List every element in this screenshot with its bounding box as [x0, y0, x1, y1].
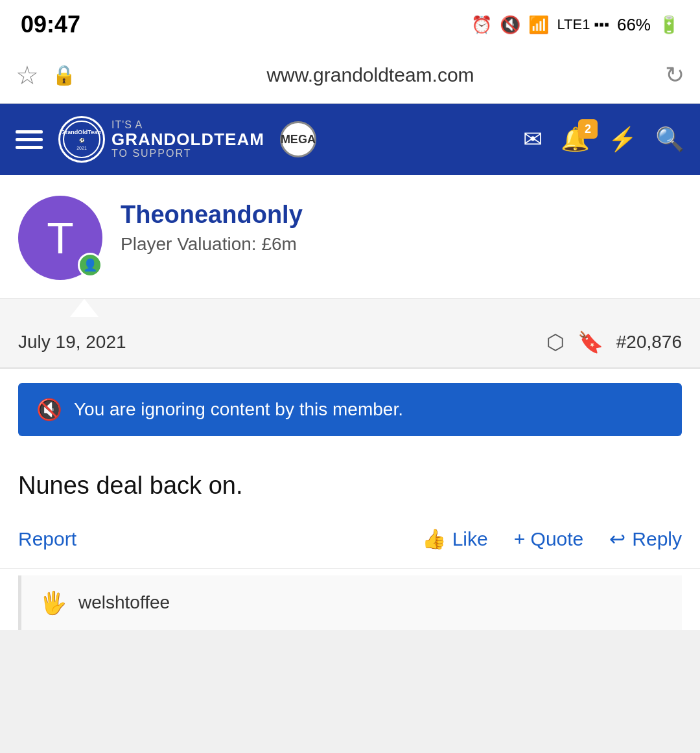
avatar-wrap: T 👤 [18, 196, 102, 280]
svg-text:⚽: ⚽ [79, 137, 85, 143]
post-text: Nunes deal back on. [18, 469, 682, 503]
notification-count: 2 [578, 119, 598, 139]
reply-button[interactable]: ↩ Reply [609, 527, 682, 550]
site-logo: GrandOldTeam ⚽ 2021 [58, 116, 105, 163]
like-emoji: 🖐 [40, 590, 67, 616]
ignore-banner: 🔇 You are ignoring content by this membe… [18, 383, 682, 436]
nav-logo[interactable]: GrandOldTeam ⚽ 2021 IT'S A GRANDOLDTEAM … [58, 116, 264, 163]
post-body: Nunes deal back on. [0, 450, 700, 509]
reply-icon: ↩ [609, 527, 625, 550]
status-time: 09:47 [21, 11, 80, 38]
username[interactable]: Theoneandonly [121, 201, 682, 229]
pointer-wrap [0, 299, 700, 317]
post-actions: Report 👍 Like + Quote ↩ Reply [0, 509, 700, 569]
report-button[interactable]: Report [18, 528, 422, 550]
battery-icon: 🔋 [659, 15, 679, 35]
ignore-icon: 🔇 [36, 397, 62, 422]
url-display[interactable]: www.grandoldteam.com [89, 64, 652, 86]
thumbs-up-icon: 👍 [422, 527, 446, 550]
battery-level: 66% [617, 15, 651, 35]
quote-button[interactable]: + Quote [514, 528, 584, 550]
wifi-icon: 📶 [528, 15, 549, 35]
hamburger-menu[interactable] [16, 130, 43, 149]
user-info: Theoneandonly Player Valuation: £6m [121, 196, 682, 255]
brand-text: IT'S A GRANDOLDTEAM TO SUPPORT [111, 119, 264, 159]
content-area: T 👤 Theoneandonly Player Valuation: £6m … [0, 175, 700, 630]
post-date: July 19, 2021 [18, 332, 533, 353]
signal-icon: LTE1 ▪▪▪ [557, 16, 609, 33]
browser-bar: ☆ 🔒 www.grandoldteam.com ↻ [0, 47, 700, 104]
nav-bar: GrandOldTeam ⚽ 2021 IT'S A GRANDOLDTEAM … [0, 104, 700, 175]
svg-text:2021: 2021 [76, 146, 87, 150]
bookmark-icon[interactable]: ☆ [16, 60, 39, 90]
notification-bell[interactable]: 🔔 2 [561, 126, 590, 153]
post-meta: July 19, 2021 ⬡ 🔖 #20,876 [0, 317, 700, 369]
like-username[interactable]: welshtoffee [78, 592, 170, 613]
brand-name: GRANDOLDTEAM [111, 131, 264, 148]
person-icon: 👤 [83, 258, 97, 272]
lightning-icon[interactable]: ⚡ [608, 126, 637, 153]
share-icon[interactable]: ⬡ [546, 330, 565, 354]
status-icons: ⏰ 🔇 📶 LTE1 ▪▪▪ 66% 🔋 [471, 15, 679, 35]
mute-icon: 🔇 [500, 15, 520, 35]
alarm-icon: ⏰ [471, 15, 492, 35]
ignore-text: You are ignoring content by this member. [74, 399, 403, 420]
mega-badge[interactable]: MEGA [280, 121, 316, 157]
user-card: T 👤 Theoneandonly Player Valuation: £6m [0, 175, 700, 299]
search-icon[interactable]: 🔍 [655, 126, 684, 153]
lock-icon: 🔒 [52, 64, 76, 86]
status-bar: 09:47 ⏰ 🔇 📶 LTE1 ▪▪▪ 66% 🔋 [0, 0, 700, 47]
nav-icons: ✉ 🔔 2 ⚡ 🔍 [523, 126, 684, 153]
post-number: #20,876 [616, 332, 682, 353]
svg-text:GrandOldTeam: GrandOldTeam [62, 129, 101, 135]
bookmark-post-icon[interactable]: 🔖 [578, 330, 603, 354]
player-valuation: Player Valuation: £6m [121, 234, 682, 255]
triangle-pointer [70, 299, 99, 317]
brand-suffix: TO SUPPORT [111, 148, 264, 159]
like-button[interactable]: 👍 Like [422, 527, 488, 550]
refresh-icon[interactable]: ↻ [665, 62, 684, 89]
like-entry: 🖐 welshtoffee [18, 575, 682, 630]
online-indicator: 👤 [78, 253, 102, 277]
mail-icon[interactable]: ✉ [523, 126, 542, 153]
